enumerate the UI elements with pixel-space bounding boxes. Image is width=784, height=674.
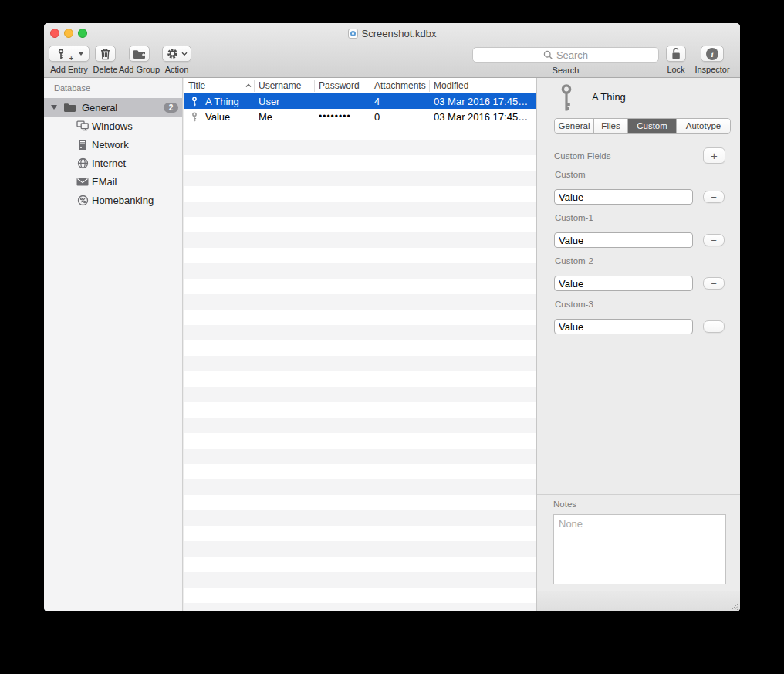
entry-title: A Thing bbox=[592, 91, 626, 103]
add-entry-label: Add Entry bbox=[50, 65, 87, 74]
divider bbox=[537, 494, 740, 495]
remove-custom-field-button[interactable]: − bbox=[703, 191, 725, 203]
lock-label: Lock bbox=[667, 65, 684, 74]
column-header-title[interactable]: Title bbox=[188, 78, 205, 93]
column-header-username[interactable]: Username bbox=[259, 78, 301, 93]
inspector-tabs: General Files Custom Autotype bbox=[554, 118, 731, 134]
folder-icon bbox=[63, 103, 76, 113]
key-icon bbox=[190, 112, 199, 122]
delete-button[interactable] bbox=[95, 46, 116, 62]
add-group-button[interactable] bbox=[129, 46, 150, 62]
server-icon bbox=[76, 139, 89, 151]
remove-custom-field-button[interactable]: − bbox=[703, 320, 725, 333]
gear-icon bbox=[167, 48, 178, 59]
app-window: Screenshot.kdbx + Add Entry bbox=[44, 23, 740, 611]
tab-autotype[interactable]: Autotype bbox=[677, 119, 730, 133]
custom-field-label: Custom-2 bbox=[555, 256, 593, 266]
titlebar-toolbar: Screenshot.kdbx + Add Entry bbox=[44, 23, 740, 78]
custom-field-input[interactable] bbox=[554, 232, 693, 248]
add-custom-field-button[interactable]: + bbox=[703, 147, 725, 164]
notes-textarea[interactable] bbox=[553, 514, 726, 584]
sidebar-item-internet[interactable]: Internet bbox=[44, 154, 182, 172]
inspector-button[interactable]: i bbox=[701, 46, 724, 62]
lock-button[interactable] bbox=[666, 46, 686, 62]
sidebar-item-email[interactable]: EMail bbox=[44, 172, 182, 191]
table-row-value[interactable]: Value Me •••••••• 0 03 Mar 2016 17:45… bbox=[184, 109, 536, 124]
custom-field-input[interactable] bbox=[554, 276, 693, 291]
custom-field-label: Custom-3 bbox=[555, 300, 593, 309]
key-icon bbox=[190, 97, 199, 107]
sidebar-item-homebanking[interactable]: Homebanking bbox=[44, 191, 182, 209]
remove-custom-field-button[interactable]: − bbox=[703, 277, 725, 290]
inspector-label: Inspector bbox=[694, 65, 729, 74]
sidebar-group-general[interactable]: General 2 bbox=[44, 98, 182, 117]
table-row-a-thing[interactable]: A Thing User 4 03 Mar 2016 17:45… bbox=[184, 93, 536, 109]
search-input[interactable]: Search bbox=[472, 47, 659, 63]
column-header-password[interactable]: Password bbox=[319, 78, 360, 93]
add-entry-button[interactable]: + bbox=[49, 46, 90, 62]
notes-label: Notes bbox=[553, 500, 576, 509]
lock-toolbar-item: Lock bbox=[666, 46, 686, 62]
sidebar-header: Database bbox=[54, 83, 90, 93]
action-button[interactable] bbox=[162, 46, 191, 62]
inspector-toolbar-item: i Inspector bbox=[701, 46, 724, 62]
sidebar-item-windows[interactable]: Windows bbox=[44, 117, 182, 135]
envelope-icon bbox=[76, 178, 89, 186]
action-toolbar-item: Action bbox=[162, 46, 191, 62]
group-sidebar: Database General 2 Windows Network bbox=[44, 78, 183, 611]
add-group-label: Add Group bbox=[119, 65, 160, 74]
disclosure-triangle-icon[interactable] bbox=[51, 105, 57, 110]
key-icon bbox=[559, 84, 573, 112]
trash-icon bbox=[100, 48, 111, 60]
sidebar-group-label: General bbox=[82, 102, 117, 113]
remove-custom-field-button[interactable]: − bbox=[703, 234, 725, 246]
sort-ascending-icon bbox=[245, 83, 252, 88]
chevron-down-icon bbox=[181, 52, 188, 56]
custom-field-input[interactable] bbox=[554, 189, 693, 205]
add-group-toolbar-item: Add Group bbox=[129, 46, 150, 62]
empty-rows-stripes bbox=[184, 124, 536, 611]
delete-label: Delete bbox=[93, 65, 118, 74]
column-header-attachments[interactable]: Attachments bbox=[374, 78, 426, 93]
info-icon: i bbox=[706, 48, 718, 60]
action-label: Action bbox=[165, 65, 189, 74]
table-header: Title Username Password Attachments Modi… bbox=[184, 78, 536, 93]
percent-icon bbox=[76, 195, 89, 206]
custom-field-input[interactable] bbox=[554, 319, 693, 334]
tab-general[interactable]: General bbox=[555, 119, 594, 133]
search-placeholder: Search bbox=[556, 49, 588, 61]
custom-field-label: Custom bbox=[555, 170, 586, 179]
search-label: Search bbox=[472, 66, 659, 75]
document-proxy-icon[interactable] bbox=[348, 29, 358, 39]
add-entry-dropdown[interactable] bbox=[73, 46, 89, 61]
inspector-footer bbox=[537, 591, 740, 611]
key-plus-icon[interactable]: + bbox=[49, 46, 73, 61]
delete-toolbar-item: Delete bbox=[95, 46, 116, 62]
custom-field-label: Custom-1 bbox=[555, 213, 593, 222]
windows-icon bbox=[76, 120, 89, 131]
tab-custom[interactable]: Custom bbox=[628, 119, 677, 133]
inspector-panel: A Thing General Files Custom Autotype Cu… bbox=[536, 78, 740, 611]
entry-count-badge: 2 bbox=[164, 103, 178, 113]
magnifier-icon bbox=[543, 50, 553, 60]
open-padlock-icon bbox=[671, 47, 681, 60]
globe-icon bbox=[76, 157, 89, 169]
window-title: Screenshot.kdbx bbox=[362, 28, 437, 39]
tab-files[interactable]: Files bbox=[594, 119, 628, 133]
add-entry-toolbar-item: + Add Entry bbox=[49, 46, 90, 62]
sidebar-item-network[interactable]: Network bbox=[44, 135, 182, 154]
entry-table: Title Username Password Attachments Modi… bbox=[184, 78, 536, 611]
custom-fields-label: Custom Fields bbox=[554, 151, 611, 161]
folder-plus-icon bbox=[133, 49, 146, 59]
resize-grip[interactable] bbox=[732, 603, 738, 610]
column-header-modified[interactable]: Modified bbox=[434, 78, 468, 93]
